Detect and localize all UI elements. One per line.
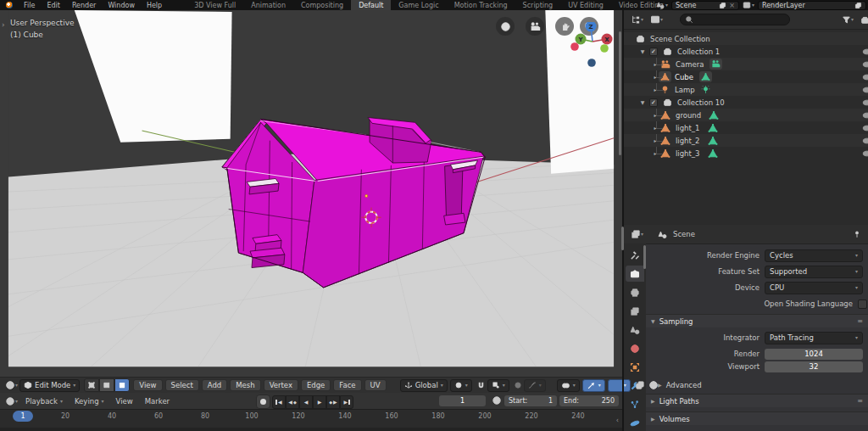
collection-checkbox[interactable] — [649, 48, 658, 56]
play-button[interactable]: ▶ — [313, 395, 326, 409]
outliner-row-cube[interactable]: ▸ Cube — [624, 70, 868, 83]
menu-keying[interactable]: Keying▾ — [69, 397, 110, 406]
outliner-row-scene-collection[interactable]: Scene Collection — [624, 32, 868, 45]
hide-eye-icon[interactable] — [862, 148, 868, 159]
use-preview-range-icon[interactable] — [492, 395, 502, 406]
view-layer-name-field[interactable]: RenderLayer — [758, 1, 866, 10]
camera-data-icon[interactable] — [709, 59, 722, 70]
falloff-dropdown[interactable]: ▾ — [524, 379, 546, 392]
mesh-data-icon[interactable] — [708, 123, 718, 133]
properties-body-scrollbar[interactable] — [643, 245, 646, 269]
outliner-display-mode-dropdown[interactable]: ▾ — [631, 14, 643, 25]
outliner-scrollbar[interactable] — [619, 31, 621, 155]
toolbar-expand-icon[interactable]: › — [2, 20, 5, 29]
hide-eye-icon[interactable] — [862, 123, 868, 133]
hide-eye-icon[interactable] — [862, 72, 868, 82]
panel-divider[interactable] — [622, 10, 624, 431]
outliner-row-light-1[interactable]: ▸ light_1 — [624, 121, 868, 134]
edge-select-button[interactable] — [99, 378, 114, 392]
tab-tool[interactable] — [626, 247, 644, 263]
volumes-section-header[interactable]: ▶ Volumes — [646, 411, 868, 425]
outliner-row-camera[interactable]: ▸ Camera — [624, 58, 868, 70]
new-scene-icon[interactable] — [719, 2, 726, 9]
gizmo-minus-y-axis[interactable] — [600, 44, 609, 53]
menu-file[interactable]: File — [18, 2, 41, 9]
tab-render[interactable] — [626, 266, 644, 282]
properties-scrollbar[interactable] — [621, 227, 624, 250]
shading-dropdown[interactable]: ▾ — [608, 379, 631, 392]
gizmo-minus-x-axis[interactable] — [570, 42, 579, 51]
new-collection-button[interactable] — [860, 15, 868, 25]
osl-checkbox[interactable] — [858, 299, 867, 309]
collection-checkbox[interactable] — [649, 98, 658, 107]
frame-end-field[interactable]: End: 250 — [559, 395, 619, 406]
tab-output[interactable] — [626, 284, 644, 300]
menu-render[interactable]: Render — [66, 2, 102, 9]
tab-scene[interactable] — [626, 322, 644, 338]
blender-logo-icon[interactable] — [6, 2, 13, 8]
menu-edit[interactable]: Edit — [41, 2, 66, 9]
tab-physics[interactable] — [626, 415, 644, 431]
render-samples-field[interactable]: 1024 — [765, 349, 863, 360]
outliner-filter-button[interactable]: ▾ — [842, 15, 854, 25]
gizmos-toggle-dropdown[interactable]: ▾ — [582, 379, 605, 392]
tab-3d-view-full[interactable]: 3D View Full — [186, 0, 243, 10]
expand-icon[interactable]: ▼ — [639, 48, 646, 54]
gizmo-minus-z-axis[interactable] — [587, 59, 596, 67]
tab-uv-editing[interactable]: UV Editing — [560, 0, 611, 10]
render-engine-dropdown[interactable]: Cycles▾ — [765, 249, 863, 262]
orientation-dropdown[interactable]: Global ▾ — [400, 379, 448, 392]
region-collapse-icon[interactable]: ‹ — [616, 417, 619, 424]
mesh-data-icon[interactable] — [699, 71, 712, 82]
pivot-dropdown[interactable]: ▾ — [450, 379, 472, 392]
auto-keyframe-button[interactable] — [256, 395, 270, 409]
delete-scene-icon[interactable]: × — [729, 2, 735, 9]
face-select-button[interactable] — [114, 378, 130, 392]
tab-particles[interactable] — [626, 396, 644, 412]
menu-window[interactable]: Window — [102, 2, 141, 9]
play-reverse-button[interactable]: ◀ — [299, 395, 313, 409]
expand-icon[interactable]: ▼ — [639, 99, 646, 105]
navigation-gizmo[interactable]: Z Y X — [563, 22, 617, 71]
menu-edge[interactable]: Edge — [301, 379, 331, 391]
light-data-icon[interactable] — [701, 85, 710, 94]
advanced-subsection[interactable]: ▶ Advanced — [658, 379, 865, 390]
timeline-scroll-strip[interactable] — [0, 428, 622, 431]
overlays-dropdown[interactable]: ▾ — [557, 379, 580, 392]
light-paths-section-header[interactable]: ▶ Light Paths ≡ — [646, 394, 868, 407]
proportional-edit-button[interactable] — [514, 381, 522, 389]
tab-motion-tracking[interactable]: Motion Tracking — [447, 0, 515, 10]
material-preview-button[interactable] — [635, 380, 645, 390]
hide-eye-icon[interactable] — [862, 98, 868, 108]
tab-compositing[interactable]: Compositing — [293, 0, 351, 10]
outliner-row-light-3[interactable]: ▸ light_3 — [624, 147, 868, 160]
editor-type-properties-icon[interactable]: ▾ — [631, 229, 643, 239]
rendered-view-button[interactable] — [648, 380, 659, 390]
presets-menu-icon[interactable]: ≡ — [857, 397, 863, 405]
mesh-data-icon[interactable] — [708, 148, 718, 159]
tab-object[interactable] — [626, 359, 644, 375]
timeline-ruler[interactable]: 1 20 40 60 80 100 120 140 160 180 200 22… — [0, 410, 622, 431]
outliner-row-lamp[interactable]: ▸ Lamp — [624, 83, 868, 96]
hide-eye-icon[interactable] — [862, 85, 868, 95]
snap-toggle-button[interactable] — [476, 381, 486, 390]
hide-eye-icon[interactable] — [862, 136, 868, 146]
camera-view-button[interactable] — [526, 17, 544, 36]
scene-selector-icon[interactable]: ▾ — [654, 1, 670, 9]
outliner-row-ground[interactable]: ▸ ground — [624, 109, 868, 121]
menu-playback[interactable]: Playback▾ — [19, 397, 69, 406]
jump-to-start-button[interactable]: ◀ — [272, 395, 286, 409]
menu-add[interactable]: Add — [202, 379, 227, 391]
outliner-row-collection-1[interactable]: ▼ Collection 1 — [624, 45, 868, 58]
menu-help[interactable]: Help — [141, 2, 168, 9]
prev-keyframe-button[interactable]: ◀◆ — [286, 395, 299, 409]
tab-game-logic[interactable]: Game Logic — [391, 0, 446, 10]
outliner-row-light-2[interactable]: ▸ light_2 — [624, 134, 868, 147]
menu-face[interactable]: Face — [333, 379, 361, 391]
mesh-data-icon[interactable] — [708, 136, 718, 146]
menu-vertex[interactable]: Vertex — [264, 379, 298, 391]
snap-target-dropdown[interactable]: ▾ — [487, 379, 509, 392]
tab-scripting[interactable]: Scripting — [515, 0, 561, 10]
tab-world[interactable] — [626, 340, 644, 356]
hide-eye-icon[interactable] — [862, 59, 868, 70]
